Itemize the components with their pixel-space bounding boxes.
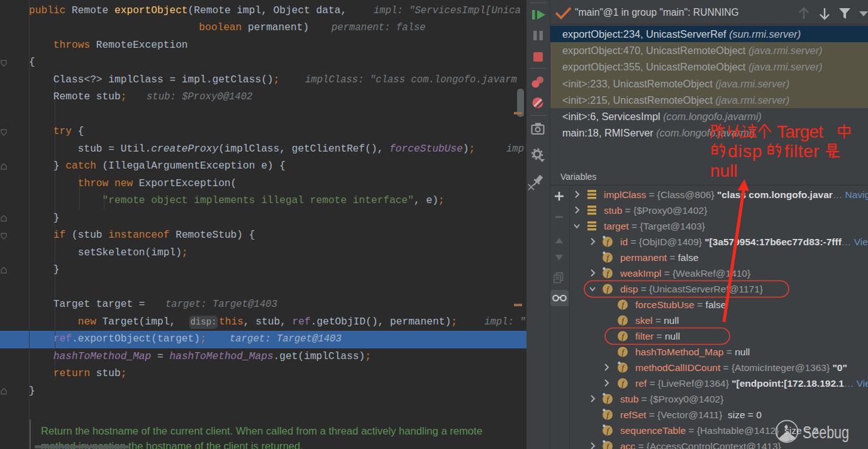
svg-text:Seebug: Seebug [803, 423, 849, 442]
svg-text:disp: disp [728, 141, 762, 161]
svg-text:Target: Target [777, 122, 823, 141]
svg-text:filter: filter [784, 141, 820, 161]
svg-text:null: null [710, 161, 738, 180]
